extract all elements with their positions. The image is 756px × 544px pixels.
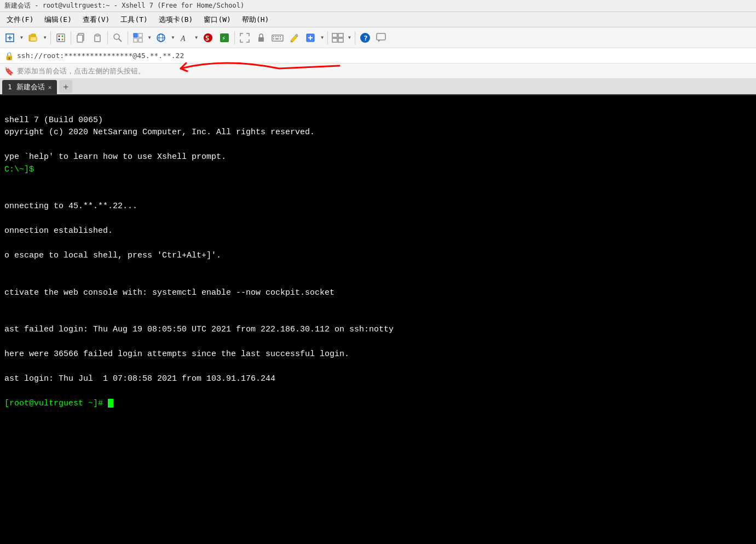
- svg-rect-43: [332, 38, 337, 42]
- menu-tab[interactable]: 选项卡(B): [154, 14, 197, 26]
- terminal-line-9: ast failed login: Thu Aug 19 08:05:50 UT…: [4, 325, 394, 334]
- svg-rect-37: [280, 38, 281, 39]
- svg-rect-41: [332, 33, 337, 37]
- svg-text:S: S: [205, 35, 209, 42]
- terminal-line-6: onnection established.: [4, 226, 113, 236]
- new-tab-button[interactable]: +: [59, 80, 72, 93]
- sep3: [107, 31, 108, 44]
- svg-point-7: [58, 35, 60, 37]
- address-text[interactable]: ssh://root:****************@45.**.**.22: [17, 51, 752, 60]
- title-bar: 新建会话 - root@vultrguest:~ - Xshell 7 (Fre…: [0, 0, 756, 12]
- info-icon: 🔖: [4, 67, 14, 76]
- grid-button[interactable]: [330, 30, 345, 45]
- add-dropdown[interactable]: ▼: [319, 30, 325, 45]
- address-bar: 🔒 ssh://root:****************@45.**.**.2…: [0, 48, 756, 64]
- menu-help[interactable]: 帮助(H): [238, 14, 273, 26]
- s-icon-button[interactable]: S: [200, 30, 216, 45]
- svg-text:⚡: ⚡: [222, 35, 226, 42]
- new-session-dropdown[interactable]: ▼: [19, 30, 25, 45]
- open-button[interactable]: [26, 30, 41, 45]
- svg-rect-44: [338, 38, 343, 42]
- font-dropdown[interactable]: ▼: [193, 30, 199, 45]
- svg-point-9: [58, 38, 60, 40]
- copy-button[interactable]: [73, 30, 89, 45]
- sep1: [50, 31, 51, 44]
- toolbar: ▼ ▼: [0, 27, 756, 48]
- svg-point-8: [61, 35, 63, 37]
- info-text: 要添加当前会话，点击左侧的箭头按钮。: [17, 66, 145, 76]
- open-dropdown[interactable]: ▼: [42, 30, 48, 45]
- add-button[interactable]: [303, 30, 318, 45]
- terminal-line-7: o escape to local shell, press 'Ctrl+Alt…: [4, 251, 221, 260]
- svg-rect-30: [272, 35, 283, 41]
- terminal-line-11: ast login: Thu Jul 1 07:08:58 2021 from …: [4, 374, 275, 383]
- svg-rect-5: [30, 37, 37, 41]
- paste-button[interactable]: [90, 30, 105, 45]
- terminal-line-5: onnecting to 45.**.**.22...: [4, 202, 137, 211]
- terminal-wrapper: shell 7 (Build 0065) opyright (c) 2020 N…: [0, 95, 756, 544]
- sep7: [355, 31, 355, 44]
- title-text: 新建会话 - root@vultrguest:~ - Xshell 7 (Fre…: [4, 1, 244, 10]
- svg-rect-36: [275, 38, 279, 39]
- terminal-line-4: C:\~]$: [4, 165, 34, 174]
- session-tab[interactable]: 1 新建会话 ✕: [2, 80, 57, 94]
- layout-dropdown[interactable]: ▼: [147, 30, 153, 45]
- terminal-line-10: here were 36566 failed login attempts si…: [4, 350, 349, 359]
- menu-tools[interactable]: 工具(T): [116, 14, 152, 26]
- terminal-line-8: ctivate the web console with: systemctl …: [4, 288, 334, 297]
- pencil-button[interactable]: [286, 30, 302, 45]
- edit-sessions-button[interactable]: [53, 30, 68, 45]
- sep6: [327, 31, 328, 44]
- menu-edit[interactable]: 编辑(E): [40, 14, 76, 26]
- grid-dropdown[interactable]: ▼: [347, 30, 353, 45]
- sep2: [71, 31, 71, 44]
- svg-rect-12: [77, 35, 83, 42]
- svg-rect-47: [377, 33, 385, 40]
- globe-button[interactable]: [153, 30, 169, 45]
- svg-rect-20: [138, 38, 142, 42]
- svg-point-15: [114, 34, 119, 39]
- svg-text:?: ?: [363, 34, 368, 42]
- tab-label: 1 新建会话: [8, 82, 45, 92]
- address-icon: 🔒: [4, 51, 14, 60]
- chat-button[interactable]: [374, 30, 389, 45]
- terminal-prompt: [root@vultrguest ~]#: [4, 399, 108, 408]
- fullscreen-button[interactable]: [237, 30, 252, 45]
- svg-rect-35: [273, 38, 274, 39]
- tab-bar: 1 新建会话 ✕ +: [0, 79, 756, 95]
- menu-view[interactable]: 查看(V): [78, 14, 114, 26]
- svg-rect-6: [57, 34, 65, 42]
- svg-rect-4: [31, 34, 36, 36]
- svg-rect-14: [96, 34, 99, 36]
- lock-button[interactable]: [253, 30, 269, 45]
- terminal-cursor: [108, 399, 113, 408]
- find-button[interactable]: [110, 30, 125, 45]
- info-bar: 🔖 要添加当前会话，点击左侧的箭头按钮。: [0, 64, 756, 79]
- menu-file[interactable]: 文件(F): [2, 14, 38, 26]
- terminal[interactable]: shell 7 (Build 0065) opyright (c) 2020 N…: [0, 95, 756, 544]
- layout-button[interactable]: [130, 30, 146, 45]
- menu-window[interactable]: 窗口(W): [199, 14, 235, 26]
- terminal-line-3: ype `help' to learn how to use Xshell pr…: [4, 152, 226, 162]
- svg-line-16: [119, 39, 122, 42]
- svg-rect-17: [134, 33, 137, 37]
- svg-rect-31: [273, 36, 274, 37]
- font-button[interactable]: A: [177, 30, 192, 45]
- new-session-button[interactable]: [2, 30, 18, 45]
- svg-point-10: [61, 38, 63, 40]
- terminal-line-1: shell 7 (Build 0065): [4, 116, 103, 125]
- tab-close-button[interactable]: ✕: [48, 84, 52, 91]
- svg-rect-19: [134, 38, 137, 42]
- svg-text:A: A: [180, 35, 186, 43]
- lightning-button[interactable]: ⚡: [217, 30, 232, 45]
- globe-dropdown[interactable]: ▼: [170, 30, 176, 45]
- svg-rect-32: [275, 36, 276, 37]
- keyboard-button[interactable]: [270, 30, 285, 45]
- svg-rect-29: [258, 37, 264, 42]
- menu-bar: 文件(F) 编辑(E) 查看(V) 工具(T) 选项卡(B) 窗口(W) 帮助(…: [0, 12, 756, 27]
- app-container: 新建会话 - root@vultrguest:~ - Xshell 7 (Fre…: [0, 0, 756, 544]
- sep4: [128, 31, 128, 44]
- help-button[interactable]: ?: [357, 30, 373, 45]
- sep5: [234, 31, 235, 44]
- svg-rect-18: [138, 33, 142, 37]
